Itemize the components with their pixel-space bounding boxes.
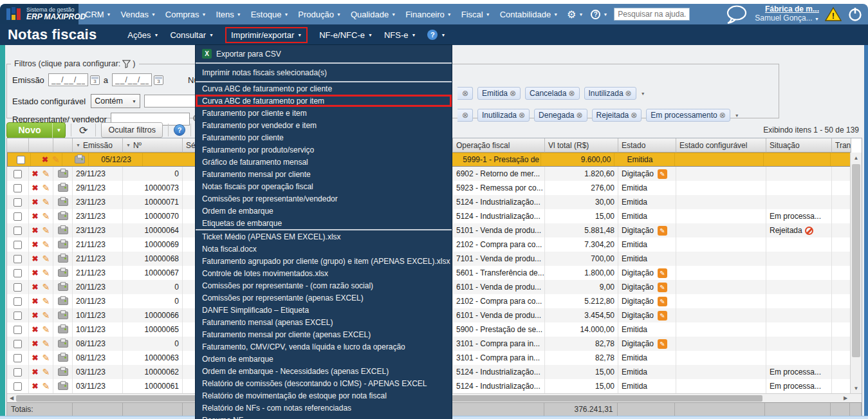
grid-help-icon[interactable]: ? xyxy=(174,124,185,136)
top-nav-item-estoque[interactable]: Estoque▼ xyxy=(251,10,289,19)
edit-icon[interactable]: ✎ xyxy=(42,324,50,335)
settings-menu[interactable]: ⚙▼ xyxy=(567,8,583,21)
menu-item[interactable]: Faturamento mensal por cliente (apenas E… xyxy=(196,328,452,340)
printer-icon[interactable] xyxy=(58,368,68,376)
user-menu[interactable]: Samuel Gonça... ▼ xyxy=(755,14,819,23)
estado-configuravel-operator-select[interactable]: Contém▼ xyxy=(91,94,140,108)
edit-icon[interactable]: ✎ xyxy=(42,310,50,321)
delete-icon[interactable]: ✖ xyxy=(32,226,39,235)
calendar-icon[interactable] xyxy=(154,75,163,85)
row-checkbox[interactable] xyxy=(14,212,22,221)
digitacao-edit-icon[interactable]: ✎ xyxy=(658,339,667,349)
menu-item[interactable]: Resumo NF xyxy=(196,414,452,419)
top-nav-item-qualidade[interactable]: Qualidade▼ xyxy=(351,10,396,19)
row-checkbox[interactable] xyxy=(17,156,25,164)
menu-item[interactable]: Faturamento por produto/serviço xyxy=(196,144,452,156)
menu-item[interactable]: Faturamento por cliente xyxy=(196,131,452,144)
col-header-vl-total-r-[interactable]: Vl total (R$) xyxy=(545,138,618,153)
emissao-from-input[interactable] xyxy=(48,73,88,86)
delete-icon[interactable]: ✖ xyxy=(32,183,39,192)
edit-icon[interactable]: ✎ xyxy=(42,183,50,193)
page-menu-nfs-e[interactable]: NFS-e▼ xyxy=(384,30,416,40)
scroll-left-icon[interactable]: ◀ xyxy=(7,394,16,402)
delete-icon[interactable]: ✖ xyxy=(32,169,39,178)
printer-icon[interactable] xyxy=(58,241,68,248)
menu-item[interactable]: XExportar para CSV xyxy=(196,45,452,62)
col-header-estado-configur-vel[interactable]: Estado configurável xyxy=(676,138,766,153)
digitacao-edit-icon[interactable]: ✎ xyxy=(658,311,667,321)
edit-icon[interactable]: ✎ xyxy=(42,296,50,306)
help-search-input[interactable] xyxy=(614,8,690,21)
top-nav-item-produção[interactable]: Produção▼ xyxy=(298,10,341,19)
delete-icon[interactable]: ✖ xyxy=(32,212,39,221)
chip-remove-icon[interactable]: ⊗ xyxy=(462,89,468,98)
printer-icon[interactable] xyxy=(58,170,68,178)
delete-icon[interactable]: ✖ xyxy=(32,254,39,263)
menu-item[interactable]: Comissões por representante/vendedor xyxy=(196,192,452,205)
chevron-down-icon[interactable]: ▼ xyxy=(641,91,645,96)
printer-icon[interactable] xyxy=(58,227,68,234)
filter-chip[interactable]: Rejeitada⊗ xyxy=(592,109,642,122)
vertical-scrollbar[interactable]: ▲ ▼ xyxy=(850,153,862,393)
row-checkbox[interactable] xyxy=(14,227,22,235)
printer-icon[interactable] xyxy=(58,340,68,348)
menu-item[interactable]: Imprimir notas fiscais selecionada(s) xyxy=(196,64,452,81)
hide-filters-button[interactable]: Ocultar filtros xyxy=(101,122,163,138)
delete-icon[interactable]: ✖ xyxy=(32,368,39,377)
digitacao-edit-icon[interactable]: ✎ xyxy=(658,268,667,278)
chip-remove-icon[interactable]: ⊗ xyxy=(631,111,637,120)
printer-icon[interactable] xyxy=(75,156,85,163)
delete-icon[interactable]: ✖ xyxy=(42,155,48,164)
calendar-icon[interactable] xyxy=(90,75,100,85)
refresh-icon[interactable]: ⟳ xyxy=(77,124,90,136)
edit-icon[interactable]: ✎ xyxy=(52,154,60,165)
edit-icon[interactable]: ✎ xyxy=(42,367,50,377)
scroll-up-icon[interactable]: ▲ xyxy=(851,153,862,163)
emissao-to-input[interactable] xyxy=(112,73,152,86)
printer-icon[interactable] xyxy=(58,269,68,277)
chip-remove-icon[interactable]: ⊗ xyxy=(568,89,575,98)
menu-item[interactable]: Relatório de comissões (descontando o IC… xyxy=(196,377,452,389)
filter-chip-partial[interactable]: ⊗ xyxy=(457,109,473,122)
printer-icon[interactable] xyxy=(58,326,68,333)
col-header-opera-o-fiscal[interactable]: Operação fiscal xyxy=(453,138,545,153)
delete-icon[interactable]: ✖ xyxy=(32,353,39,362)
menu-item[interactable]: Faturamento agrupado por cliente (grupo)… xyxy=(196,255,452,267)
menu-item[interactable]: Ordem de embarque - Necessidades (apenas… xyxy=(196,365,452,377)
row-checkbox[interactable] xyxy=(14,312,22,320)
scroll-down-icon[interactable]: ▼ xyxy=(851,383,862,393)
col-header-emiss-o[interactable]: ▼Emissão xyxy=(73,138,123,153)
printer-icon[interactable] xyxy=(58,312,68,319)
col-header-estado[interactable]: Estado xyxy=(618,138,676,153)
row-checkbox[interactable] xyxy=(14,198,22,207)
row-checkbox[interactable] xyxy=(14,326,22,334)
col-header-situa-o[interactable]: Situação xyxy=(766,138,832,153)
vertical-scroll-thumb[interactable] xyxy=(852,164,860,357)
digitacao-edit-icon[interactable]: ✎ xyxy=(658,226,667,236)
row-checkbox[interactable] xyxy=(14,283,22,292)
page-menu-consultar[interactable]: Consultar▼ xyxy=(170,30,214,40)
filter-chip[interactable]: Cancelada⊗ xyxy=(525,87,579,100)
col-header-tran[interactable]: Tran xyxy=(832,138,851,153)
menu-item[interactable]: Faturamento por vendedor e item xyxy=(196,119,452,131)
digitacao-edit-icon[interactable]: ✎ xyxy=(658,283,667,292)
filter-chip[interactable]: Inutilizada⊗ xyxy=(584,87,636,100)
edit-icon[interactable]: ✎ xyxy=(42,268,50,278)
delete-icon[interactable]: ✖ xyxy=(32,339,39,348)
menu-item[interactable]: Etiquetas de embarque xyxy=(196,217,452,229)
filter-chip[interactable]: Emitida⊗ xyxy=(477,87,521,100)
delete-icon[interactable]: ✖ xyxy=(32,283,39,292)
edit-icon[interactable]: ✎ xyxy=(42,254,50,264)
new-button[interactable]: Novo ▼ xyxy=(6,122,66,138)
menu-item[interactable]: Faturamento por cliente e item xyxy=(196,107,452,119)
menu-item[interactable]: Nota fiscal.docx xyxy=(196,243,452,255)
menu-item[interactable]: Curva ABC de faturamento por cliente xyxy=(196,82,452,95)
menu-item[interactable]: Gráfico de faturamento mensal xyxy=(196,156,452,168)
top-nav-item-vendas[interactable]: Vendas▼ xyxy=(121,10,156,19)
edit-icon[interactable]: ✎ xyxy=(42,225,50,236)
filter-chip-partial[interactable]: ⊗ xyxy=(457,87,473,100)
filter-chip[interactable]: Em processamento⊗ xyxy=(646,109,730,122)
delete-icon[interactable]: ✖ xyxy=(32,325,39,334)
edit-icon[interactable]: ✎ xyxy=(42,197,50,207)
page-menu-imprimir-exportar[interactable]: Imprimir/exportar▼ xyxy=(225,27,308,43)
